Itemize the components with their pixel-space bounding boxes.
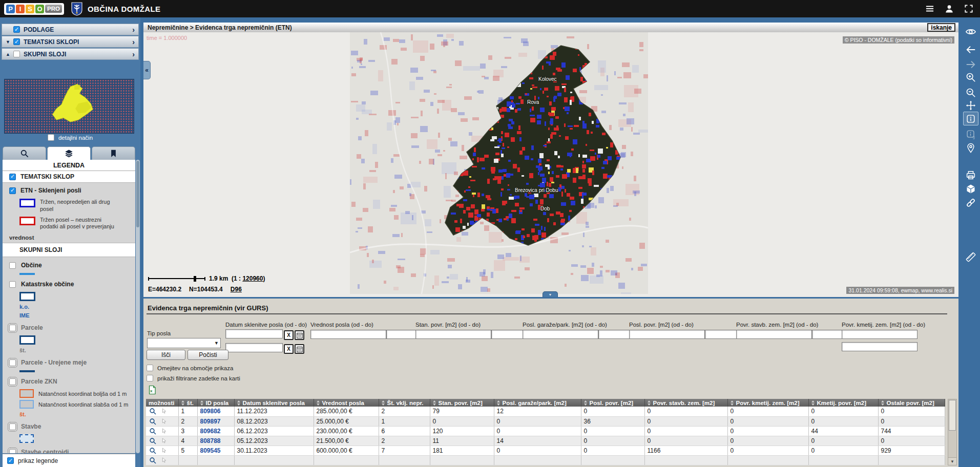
layer-checkbox[interactable] bbox=[9, 423, 16, 430]
sidebar-panel-tematski-sklopi[interactable]: ▼ TEMATSKI SKLOPI › bbox=[2, 36, 139, 48]
layer-checkbox[interactable] bbox=[9, 378, 16, 385]
isci-button[interactable]: Išči bbox=[147, 350, 185, 360]
calendar-icon[interactable] bbox=[295, 330, 304, 340]
chevron-right-icon[interactable]: › bbox=[132, 26, 135, 33]
panel-checkbox[interactable] bbox=[13, 26, 20, 33]
row-detail-button[interactable] bbox=[149, 456, 157, 464]
tip-posla-select[interactable]: ▼ bbox=[147, 338, 221, 348]
link-icon[interactable] bbox=[963, 196, 978, 209]
show-legend-checkbox[interactable] bbox=[7, 457, 14, 464]
location-pin-icon[interactable] bbox=[963, 141, 978, 155]
pocisti-button[interactable]: Počisti bbox=[187, 350, 228, 360]
calendar-icon[interactable] bbox=[295, 344, 304, 354]
theme-header-checkbox[interactable] bbox=[9, 174, 16, 180]
vrednost-posla-od-do-from-input[interactable] bbox=[310, 330, 386, 339]
filter-checkbox[interactable] bbox=[147, 365, 153, 371]
panel-scrollbar[interactable]: ▼ bbox=[948, 399, 957, 465]
user-icon[interactable] bbox=[944, 4, 954, 14]
map-image[interactable]: KolovecRovaBrezovica pri DobuDob bbox=[350, 32, 648, 294]
datum-link[interactable]: D96 bbox=[231, 286, 242, 293]
povr-kmetij-zem-m2-od-do-from-input[interactable] bbox=[842, 330, 918, 339]
map-viewport[interactable]: time = 1.000000 © PISO - DOMŽALE (podatk… bbox=[143, 32, 958, 297]
table-row[interactable]: 280989708.12.202325.000,00 €100360000 bbox=[146, 416, 945, 426]
table-row[interactable]: 180980611.12.2023285.000,00 €2791200000 bbox=[146, 407, 945, 416]
sidebar-panel-podlage[interactable]: PODLAGE › bbox=[2, 24, 139, 35]
panel-expander-icon[interactable]: ▼ bbox=[6, 39, 13, 45]
column-header[interactable]: Povr. stavb. zem. [m2] bbox=[644, 399, 727, 407]
sidebar-panel-skupni-sloji[interactable]: ▲ SKUPNI SLOJI › bbox=[2, 48, 139, 60]
row-detail-button[interactable] bbox=[149, 417, 157, 426]
row-select-icon[interactable] bbox=[160, 428, 168, 435]
piso-logo[interactable]: P I S O PRO bbox=[4, 3, 64, 15]
pan-icon[interactable] bbox=[963, 98, 978, 112]
stan-povr-m2-od-do-from-input[interactable] bbox=[415, 330, 491, 339]
datum-sklenitve-posla-od-do-to-input[interactable] bbox=[225, 343, 283, 352]
clear-date-icon[interactable]: X bbox=[284, 344, 294, 354]
zoom-in-icon[interactable] bbox=[963, 70, 978, 84]
id-posla-link[interactable]: 809545 bbox=[200, 447, 221, 454]
id-posla-link[interactable]: 808788 bbox=[200, 437, 221, 444]
posl-povr-m2-od-do-from-input[interactable] bbox=[629, 330, 705, 339]
table-row[interactable] bbox=[146, 455, 945, 465]
column-header[interactable]: Št. vklj. nepr. bbox=[379, 399, 430, 407]
table-row[interactable]: 580954530.11.2023600.000,00 €71810011660… bbox=[146, 445, 945, 455]
povr-kmetij-zem-m2-od-do-to-input[interactable] bbox=[842, 342, 918, 351]
fullscreen-icon[interactable] bbox=[964, 4, 974, 14]
row-detail-button[interactable] bbox=[149, 407, 157, 415]
clear-date-icon[interactable]: X bbox=[284, 330, 294, 340]
tab-search[interactable] bbox=[3, 146, 46, 160]
row-select-icon[interactable] bbox=[160, 418, 168, 425]
id-posla-link[interactable]: 809682 bbox=[200, 428, 221, 435]
column-header[interactable]: Ostale povr. [m2] bbox=[878, 399, 945, 407]
excel-export-icon[interactable]: x bbox=[148, 385, 156, 395]
povr-stavb-zem-m2-od-do-from-input[interactable] bbox=[736, 330, 812, 339]
row-select-icon[interactable] bbox=[160, 437, 168, 444]
legend-theme-header[interactable]: TEMATSKI SKLOP bbox=[3, 171, 135, 183]
layer-checkbox[interactable] bbox=[9, 325, 16, 331]
column-header[interactable]: Posl. povr. [m2] bbox=[581, 399, 644, 407]
zoom-out-icon[interactable] bbox=[963, 86, 978, 99]
detail-mode-checkbox[interactable] bbox=[48, 134, 54, 141]
column-header[interactable]: Vrednost posla bbox=[314, 399, 379, 407]
etn-layer-checkbox[interactable] bbox=[9, 187, 16, 194]
panel-checkbox[interactable] bbox=[13, 51, 20, 57]
table-row[interactable]: 480878805.12.202321.500,00 €2111400000 bbox=[146, 436, 945, 445]
cube-icon[interactable] bbox=[963, 182, 978, 196]
search-button[interactable]: iskanje bbox=[927, 23, 955, 32]
column-header[interactable]: Datum sklenitve posla bbox=[234, 399, 314, 407]
identify-icon[interactable] bbox=[963, 112, 978, 125]
row-detail-button[interactable] bbox=[149, 437, 157, 445]
map-collapse-handle[interactable]: ▼ bbox=[543, 291, 558, 297]
row-detail-button[interactable] bbox=[149, 447, 157, 455]
print-icon[interactable] bbox=[963, 168, 978, 182]
scrollbar-thumb[interactable] bbox=[949, 400, 956, 431]
table-row[interactable]: 380968206.12.2023230.000,00 €61200000447… bbox=[146, 426, 945, 436]
row-select-icon[interactable] bbox=[160, 457, 168, 464]
column-header[interactable]: Stan. povr. [m2] bbox=[430, 399, 494, 407]
row-detail-button[interactable] bbox=[149, 427, 157, 435]
arrow-left-icon[interactable] bbox=[963, 43, 978, 56]
posl-gara-e-park-m2-od-do-from-input[interactable] bbox=[523, 330, 598, 339]
id-posla-link[interactable]: 809897 bbox=[200, 418, 221, 425]
layer-checkbox[interactable] bbox=[9, 281, 16, 288]
column-header[interactable]: št. bbox=[178, 399, 197, 407]
layer-checkbox[interactable] bbox=[9, 359, 16, 366]
datum-sklenitve-posla-od-do-from-input[interactable] bbox=[225, 329, 283, 338]
filter-checkbox[interactable] bbox=[147, 375, 153, 381]
id-posla-link[interactable]: 809806 bbox=[200, 408, 221, 415]
tab-bookmarks[interactable] bbox=[92, 146, 135, 160]
column-header[interactable]: Povr. kmetij. zem. [m2] bbox=[727, 399, 808, 407]
layer-checkbox[interactable] bbox=[9, 262, 16, 269]
scrollbar-down-arrow[interactable]: ▼ bbox=[948, 457, 956, 465]
chevron-right-icon[interactable]: › bbox=[132, 38, 135, 46]
row-select-icon[interactable] bbox=[160, 447, 168, 454]
column-header[interactable]: Posl. garaže/park. [m2] bbox=[494, 399, 581, 407]
row-select-icon[interactable] bbox=[160, 408, 168, 415]
sidebar-scrollbar[interactable] bbox=[136, 160, 140, 453]
scale-ratio-link[interactable]: 120960 bbox=[242, 275, 263, 282]
breadcrumb[interactable]: Nepremičnine > Evidenca trga nepremičnin… bbox=[148, 24, 292, 31]
column-header[interactable]: Kmetij. povr. [m2] bbox=[808, 399, 878, 407]
eye-icon[interactable] bbox=[963, 25, 978, 38]
menu-icon[interactable] bbox=[925, 4, 935, 14]
layer-checkbox[interactable] bbox=[9, 449, 16, 454]
